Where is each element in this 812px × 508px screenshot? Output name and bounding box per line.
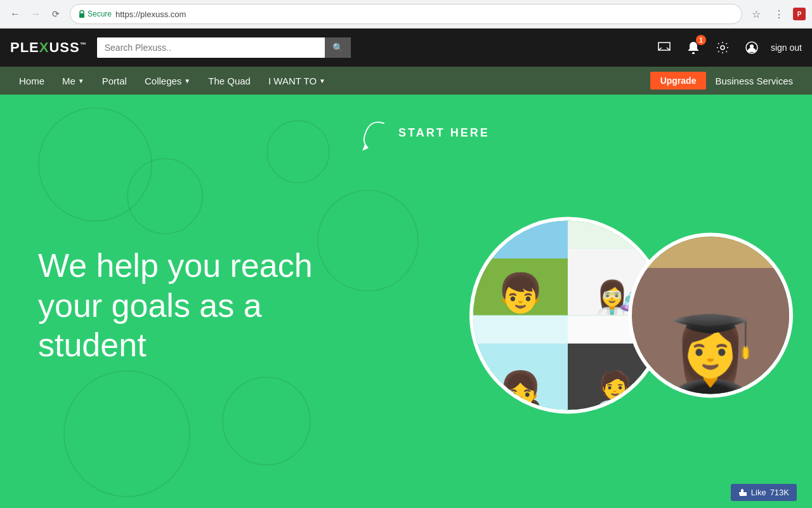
secure-icon: Secure <box>78 10 112 18</box>
extension-icon: P <box>793 8 806 20</box>
svg-point-1 <box>692 52 695 54</box>
nav-item-portal[interactable]: Portal <box>93 67 136 95</box>
svg-rect-0 <box>79 13 84 18</box>
menu-button[interactable]: ⋮ <box>770 5 788 23</box>
like-count: 713K <box>770 488 789 497</box>
colleges-dropdown-arrow: ▼ <box>184 77 190 84</box>
svg-point-2 <box>721 46 724 50</box>
settings-button[interactable] <box>712 37 733 58</box>
facebook-like-button[interactable]: Like 713K <box>731 484 797 501</box>
nav-item-i-want-to[interactable]: I WANT TO ▼ <box>259 67 334 95</box>
search-button[interactable]: 🔍 <box>325 37 351 58</box>
hero-content: We help you reach your goals as a studen… <box>0 220 812 390</box>
profile-button[interactable] <box>742 37 762 58</box>
url-text: https://plexuss.com <box>115 10 734 19</box>
forward-button[interactable]: → <box>27 5 44 23</box>
nav-menu: Home Me ▼ Portal Colleges ▼ The Quad I W… <box>0 67 812 95</box>
browser-top: ← → ⟳ Secure https://plexuss.com ☆ ⋮ P <box>0 0 812 28</box>
site-header: PLEXUSS™ 🔍 1 <box>0 29 812 67</box>
upgrade-button[interactable]: Upgrade <box>650 72 707 90</box>
bookmark-button[interactable]: ☆ <box>747 5 765 23</box>
hero-section: START HERE We help you reach your goals … <box>0 95 812 508</box>
search-input[interactable] <box>97 37 325 58</box>
me-dropdown-arrow: ▼ <box>78 77 84 84</box>
svg-rect-6 <box>745 492 747 496</box>
search-wrapper: 🔍 <box>97 37 351 58</box>
start-here-text: START HERE <box>398 126 490 140</box>
i-want-to-dropdown-arrow: ▼ <box>319 77 325 84</box>
nav-item-the-quad[interactable]: The Quad <box>199 67 259 95</box>
back-button[interactable]: ← <box>6 5 24 23</box>
sign-out-button[interactable]: sign out <box>771 43 802 53</box>
logo: PLEXUSS™ <box>10 39 87 56</box>
address-bar[interactable]: Secure https://plexuss.com <box>70 4 742 24</box>
business-services-link[interactable]: Business Services <box>706 67 802 95</box>
bg-circle-5 <box>266 120 330 184</box>
like-label: Like <box>751 488 766 497</box>
svg-marker-5 <box>362 145 369 151</box>
browser-actions: ☆ ⋮ P <box>747 5 806 23</box>
nav-item-home[interactable]: Home <box>10 67 53 95</box>
bg-circle-1 <box>38 107 152 222</box>
nav-item-me[interactable]: Me ▼ <box>53 67 93 95</box>
start-here: START HERE <box>355 114 490 152</box>
messages-button[interactable] <box>654 37 674 58</box>
start-here-arrow-svg <box>355 114 393 152</box>
notification-badge: 1 <box>696 35 706 45</box>
reload-button[interactable]: ⟳ <box>47 5 65 23</box>
nav-buttons: ← → ⟳ <box>6 5 65 23</box>
notifications-button[interactable]: 1 <box>683 37 704 58</box>
secure-label: Secure <box>88 10 112 18</box>
header-actions: 1 sign out <box>654 37 802 58</box>
hero-title: We help you reach your goals as a studen… <box>38 246 343 364</box>
thumbs-up-icon <box>738 488 747 497</box>
nav-item-colleges[interactable]: Colleges ▼ <box>136 67 199 95</box>
browser-chrome: ← → ⟳ Secure https://plexuss.com ☆ ⋮ P <box>0 0 812 29</box>
